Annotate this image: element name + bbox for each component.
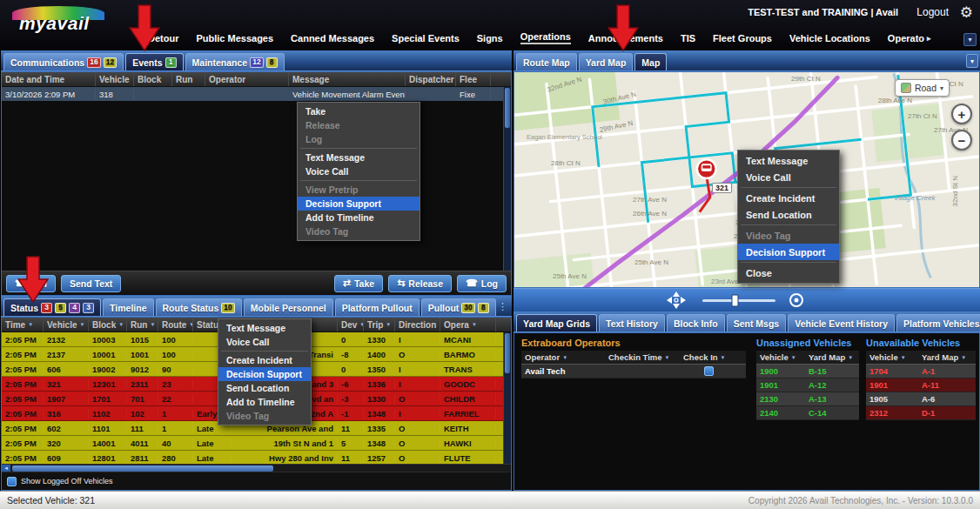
status-tab-timeline[interactable]: Timeline — [103, 298, 153, 316]
nav-item-tis[interactable]: TIS — [681, 33, 695, 44]
horizontal-scrollbar[interactable]: ◂ — [2, 464, 511, 472]
column-header-date-and-time[interactable]: Date and Time — [2, 72, 96, 86]
map-tab-route-map[interactable]: Route Map — [516, 53, 577, 70]
yard-tab-sent-msgs[interactable]: Sent Msgs — [727, 314, 787, 332]
nav-item-canned-messages[interactable]: Canned Messages — [291, 33, 374, 44]
zoom-out-button[interactable]: − — [951, 130, 972, 151]
menu-item-voice-call[interactable]: Voice Call — [738, 169, 839, 185]
column-header-block[interactable]: Block▼ — [89, 318, 127, 332]
table-row[interactable]: 1900B-15 — [756, 365, 859, 378]
status-tab-route-status[interactable]: Route Status10 — [156, 298, 242, 316]
menu-item-send-location[interactable]: Send Location — [218, 381, 311, 395]
column-header-dev[interactable]: Dev▼ — [338, 318, 364, 332]
release-button[interactable]: ⇆ Release — [388, 275, 452, 292]
take-button[interactable]: ⇄ Take — [334, 275, 383, 292]
checkin-checkbox[interactable] — [704, 366, 714, 376]
panel-menu-icon[interactable]: ⋮ — [498, 301, 507, 312]
yard-tab-text-history[interactable]: Text History — [599, 314, 665, 332]
table-row[interactable]: 1901A-12 — [756, 378, 859, 392]
menu-item-decision-support[interactable]: Decision Support — [738, 244, 839, 260]
column-header-run[interactable]: Run — [172, 72, 205, 86]
nav-item-fleet-groups[interactable]: Fleet Groups — [713, 33, 772, 44]
menu-item-voice-call[interactable]: Voice Call — [298, 164, 420, 178]
column-header-dispatcher[interactable]: Dispatcher — [406, 72, 456, 86]
column-header-vehicle[interactable]: Vehicle▼ — [756, 351, 805, 364]
vehicle-marker[interactable] — [697, 159, 716, 178]
scrollbar-thumb[interactable] — [505, 88, 510, 128]
menu-item-send-location[interactable]: Send Location — [738, 206, 839, 223]
nav-overflow-button[interactable]: ▾ — [963, 33, 977, 46]
menu-item-text-message[interactable]: Text Message — [298, 151, 420, 164]
yard-tab-block-info[interactable]: Block Info — [667, 314, 725, 332]
column-header-flee[interactable]: Flee — [456, 72, 491, 86]
yard-tab-platform-vehicles[interactable]: Platform Vehicles — [896, 314, 980, 332]
column-header-run[interactable]: Run▼ — [127, 318, 158, 332]
comm-tab-maintenance[interactable]: Maintenance128 — [185, 53, 285, 70]
menu-item-take[interactable]: Take — [298, 104, 420, 118]
column-header-vehicle[interactable]: Vehicle — [96, 72, 134, 86]
menu-item-create-incident[interactable]: Create Incident — [218, 353, 311, 367]
comm-tab-communications[interactable]: Communications1612 — [3, 53, 124, 70]
table-row[interactable]: 1704A-1 — [866, 365, 976, 378]
table-row[interactable]: 1905A-6 — [866, 392, 976, 406]
column-header-direction[interactable]: Direction▼ — [395, 318, 440, 332]
zoom-slider[interactable] — [702, 295, 775, 306]
nav-item-operato[interactable]: Operato▸ — [888, 33, 931, 44]
column-header-time[interactable]: Time▼ — [2, 318, 44, 332]
vertical-scrollbar[interactable] — [503, 87, 511, 271]
column-header-vehicle[interactable]: Vehicle▼ — [866, 351, 918, 364]
status-tab-pullout[interactable]: Pullout308 — [421, 298, 496, 316]
gear-icon[interactable]: ⚙ — [960, 3, 973, 22]
column-header-opera[interactable]: Opera▼ — [440, 318, 496, 332]
panel-options-button[interactable]: ▾ — [966, 54, 978, 68]
menu-item-decision-support[interactable]: Decision Support — [298, 197, 420, 211]
column-header-operator[interactable]: Operator — [205, 72, 289, 86]
column-header-trip[interactable]: Trip▼ — [364, 318, 395, 332]
menu-item-text-message[interactable]: Text Message — [738, 152, 839, 169]
table-row[interactable]: 1901A-11 — [866, 378, 976, 392]
zoom-reset-icon[interactable] — [790, 294, 802, 306]
map-style-selector[interactable]: Road ▾ — [895, 79, 950, 97]
vertical-scrollbar[interactable] — [503, 332, 511, 464]
column-header-operator[interactable]: Operator▼ — [521, 351, 605, 364]
yard-tab-vehicle-event-history[interactable]: Vehicle Event History — [788, 314, 895, 332]
scrollbar-thumb[interactable] — [12, 465, 273, 472]
menu-item-add-to-timeline[interactable]: Add to Timeline — [218, 395, 311, 409]
table-row[interactable]: 2312D-1 — [866, 406, 976, 420]
table-row[interactable]: 2130A-13 — [756, 392, 859, 406]
yard-tab-yard-map-grids[interactable]: Yard Map Grids — [516, 314, 597, 332]
menu-item-create-incident[interactable]: Create Incident — [738, 190, 839, 206]
table-row[interactable]: Avail Tech — [521, 365, 746, 378]
column-header-vehicle[interactable]: Vehicle▼ — [44, 318, 89, 332]
nav-item-public-messages[interactable]: Public Messages — [196, 33, 273, 44]
menu-item-close[interactable]: Close — [738, 265, 839, 281]
column-header-block[interactable]: Block — [134, 72, 172, 86]
nav-item-signs[interactable]: Signs — [477, 33, 503, 44]
menu-item-text-message[interactable]: Text Message — [218, 321, 311, 335]
menu-item-add-to-timeline[interactable]: Add to Timeline — [298, 211, 420, 224]
map-tab-map[interactable]: Map — [634, 53, 667, 70]
menu-item-voice-call[interactable]: Voice Call — [218, 335, 311, 349]
log-button[interactable]: ☎ Log — [457, 275, 507, 292]
column-header-yard-map[interactable]: Yard Map▼ — [805, 351, 856, 364]
zoom-in-button[interactable]: + — [951, 104, 972, 124]
send-text-button[interactable]: Send Text — [61, 275, 121, 292]
table-row[interactable]: 2140C-14 — [756, 406, 859, 420]
menu-item-decision-support[interactable]: Decision Support — [218, 367, 311, 381]
scrollbar-thumb[interactable] — [505, 333, 510, 373]
comm-tab-events[interactable]: Events1 — [125, 53, 183, 70]
nav-item-vehicle-locations[interactable]: Vehicle Locations — [789, 33, 870, 44]
table-row[interactable]: 2:05 PM32014001401140Late19th St N and 1… — [2, 436, 511, 451]
status-tab-mobile-personnel[interactable]: Mobile Personnel — [244, 298, 333, 316]
column-header-message[interactable]: Message — [289, 72, 406, 86]
logout-button[interactable]: Logout — [916, 6, 949, 18]
column-header-route[interactable]: Route▼ — [158, 318, 193, 332]
show-logged-off-checkbox[interactable] — [7, 477, 17, 486]
column-header-yard-map[interactable]: Yard Map▼ — [918, 351, 970, 364]
status-tab-platform-pullout[interactable]: Platform Pullout — [335, 298, 420, 316]
nav-item-special-events[interactable]: Special Events — [392, 33, 460, 44]
map-tab-yard-map[interactable]: Yard Map — [579, 53, 634, 70]
table-row[interactable]: 3/10/2026 2:09 PM318Vehicle Movement Ala… — [2, 87, 511, 101]
column-header-check-in[interactable]: Check In▼ — [680, 351, 737, 364]
nav-item-operations[interactable]: Operations — [520, 31, 571, 44]
